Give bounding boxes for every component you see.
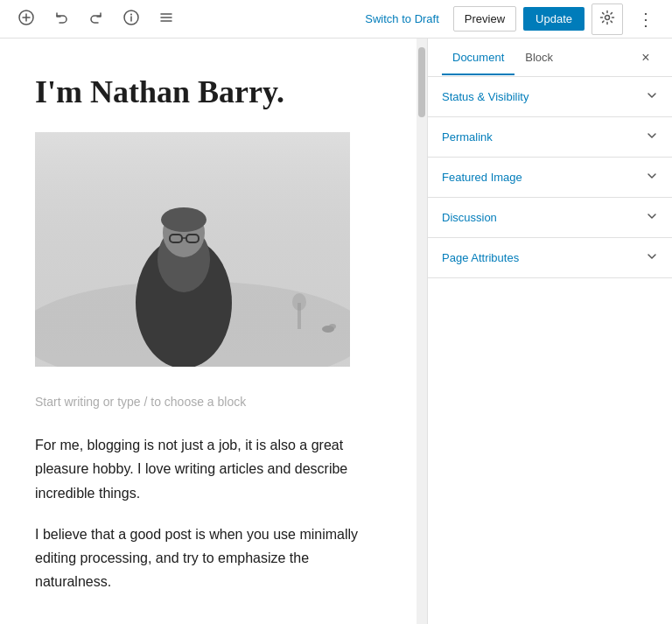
paragraph-1[interactable]: For me, blogging is not just a job, it i…	[35, 433, 364, 505]
chevron-down-icon	[646, 89, 658, 104]
panel-status-visibility-label: Status & Visibility	[442, 90, 528, 103]
panel-discussion-label: Discussion	[442, 211, 497, 224]
scrollbar-thumb[interactable]	[418, 47, 425, 117]
chevron-down-icon	[646, 210, 658, 225]
plus-icon	[18, 10, 34, 29]
svg-point-16	[161, 207, 206, 232]
panel-page-attributes-label: Page Attributes	[442, 251, 519, 264]
undo-icon	[53, 10, 69, 29]
sidebar-close-button[interactable]: ×	[634, 46, 658, 70]
more-options-button[interactable]: ⋮	[630, 4, 662, 35]
sidebar-tabs: Document Block ×	[428, 39, 672, 77]
redo-button[interactable]	[80, 4, 112, 35]
toolbar-right: Switch to Draft Preview Update ⋮	[358, 4, 662, 35]
panel-featured-image-label: Featured Image	[442, 171, 522, 184]
update-button[interactable]: Update	[523, 7, 584, 31]
settings-button[interactable]	[592, 4, 623, 35]
svg-point-5	[130, 13, 132, 15]
panel-discussion[interactable]: Discussion	[428, 198, 672, 238]
info-button[interactable]	[116, 4, 147, 35]
svg-point-21	[292, 293, 306, 311]
panel-page-attributes[interactable]: Page Attributes	[428, 238, 672, 278]
gear-icon	[599, 10, 615, 29]
sidebar: Document Block × Status & Visibility Per…	[427, 39, 672, 624]
sidebar-content: Status & Visibility Permalink Featured I…	[428, 77, 672, 624]
tab-document[interactable]: Document	[442, 40, 514, 74]
editor-area[interactable]: I'm Nathan Barry.	[0, 39, 416, 624]
list-icon	[158, 10, 174, 29]
panel-status-visibility[interactable]: Status & Visibility	[428, 77, 672, 117]
tab-block[interactable]: Block	[514, 40, 564, 74]
post-title[interactable]: I'm Nathan Barry.	[35, 74, 364, 111]
chevron-down-icon	[646, 250, 658, 265]
panel-featured-image[interactable]: Featured Image	[428, 158, 672, 198]
preview-button[interactable]: Preview	[453, 6, 516, 32]
paragraph-2[interactable]: I believe that a good post is when you u…	[35, 522, 364, 594]
chevron-down-icon	[646, 170, 658, 185]
ellipsis-vertical-icon: ⋮	[637, 9, 654, 30]
toolbar-left	[10, 4, 354, 35]
add-block-button[interactable]	[10, 4, 42, 35]
panel-permalink-label: Permalink	[442, 130, 493, 144]
chevron-down-icon	[646, 130, 658, 144]
info-icon	[123, 10, 139, 29]
redo-icon	[88, 10, 104, 29]
featured-photo	[35, 132, 350, 367]
svg-point-9	[606, 15, 610, 19]
list-view-button[interactable]	[150, 4, 182, 35]
toolbar: Switch to Draft Preview Update ⋮	[0, 0, 672, 39]
editor-scrollbar[interactable]	[416, 39, 427, 624]
image-block[interactable]	[35, 132, 364, 367]
undo-button[interactable]	[46, 4, 77, 35]
switch-to-draft-button[interactable]: Switch to Draft	[358, 7, 446, 31]
panel-permalink[interactable]: Permalink	[428, 117, 672, 158]
main-layout: I'm Nathan Barry.	[0, 39, 672, 624]
svg-point-23	[329, 324, 336, 329]
block-placeholder[interactable]: Start writing or type / to choose a bloc…	[35, 388, 364, 416]
